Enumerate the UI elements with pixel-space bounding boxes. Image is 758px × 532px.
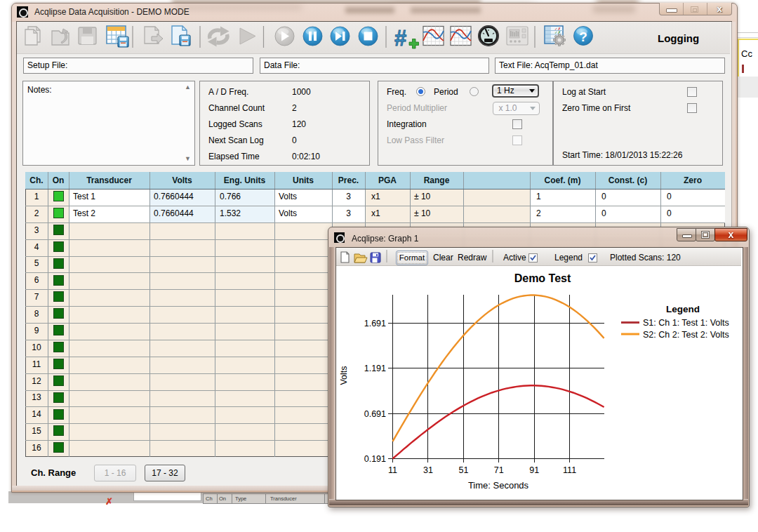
svg-text:#: # xyxy=(394,26,406,51)
svg-text:?: ? xyxy=(579,29,587,44)
svg-text:91: 91 xyxy=(529,465,539,475)
svg-text:Legend: Legend xyxy=(666,304,700,314)
svg-text:Time: Seconds: Time: Seconds xyxy=(468,480,529,491)
svg-text:S2: Ch 2: Test 2: Volts: S2: Ch 2: Test 2: Volts xyxy=(643,330,729,340)
svg-text:51: 51 xyxy=(458,465,468,475)
svg-text:0.191: 0.191 xyxy=(364,454,386,464)
svg-text:0.691: 0.691 xyxy=(364,409,386,419)
svg-text:1.191: 1.191 xyxy=(364,364,386,373)
svg-text:111: 111 xyxy=(563,465,576,475)
svg-text:31: 31 xyxy=(423,465,433,475)
svg-text:71: 71 xyxy=(494,465,504,475)
svg-text:S1: Ch 1: Test 1: Volts: S1: Ch 1: Test 1: Volts xyxy=(643,318,729,328)
svg-text:Volts: Volts xyxy=(339,366,349,385)
svg-text:Demo Test: Demo Test xyxy=(514,272,571,284)
svg-text:1.691: 1.691 xyxy=(364,319,386,328)
svg-text:11: 11 xyxy=(388,465,397,475)
